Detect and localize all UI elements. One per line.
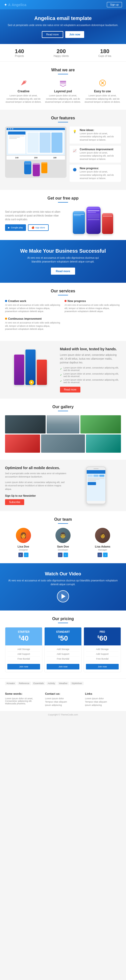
standard-feature-3: Free Bundal xyxy=(47,657,79,661)
team-grid: 👩 Lisa Doe Designer f t 👨 Sam Doe Develo… xyxy=(5,528,121,557)
what-we-are-section: What we are Creative Lorem ipsum dolor s… xyxy=(0,62,126,110)
footer-contact-title: Contact us: xyxy=(45,692,81,695)
features-inner: 140 200 180 xyxy=(5,126,121,184)
starter-feature-2: Add Support xyxy=(7,653,40,657)
service-creative-title: Creative work xyxy=(5,299,61,302)
feature-continuous: 📈 Continuous improvement Lorem ipsum dol… xyxy=(69,146,121,163)
twitter-button-3[interactable]: t xyxy=(103,553,108,557)
pro-feature-3: Free Bundal xyxy=(86,657,119,661)
team-role-2: Developer xyxy=(45,549,81,551)
features-list: 💡 New ideas: Lorem ipsum dolor sit amet,… xyxy=(69,126,121,184)
love-books-mockup: ★ xyxy=(5,347,56,387)
progress-icon: 🔵 xyxy=(72,167,78,173)
hero-read-more-button[interactable]: Read more xyxy=(42,31,63,38)
team-role-1: Designer xyxy=(5,549,42,551)
stat-projects: 140 Projects xyxy=(15,48,24,57)
pro-feature-2: Add Support xyxy=(86,653,119,657)
services-section: Our services Creative work At vero eos e… xyxy=(0,283,126,341)
twitter-button-1[interactable]: t xyxy=(24,553,28,557)
app-inner: Sed ut perspiciatis unde omnis iste natu… xyxy=(5,207,121,234)
standard-body: Add Storage Add Support Free Bundal Join… xyxy=(45,646,81,672)
team-face-3: 👩 xyxy=(95,528,110,543)
services-grid: Creative work At vero eos et accusamus e… xyxy=(5,299,121,335)
gallery-image-3 xyxy=(80,415,121,433)
team-member-2: 👨 Sam Doe Developer f t xyxy=(45,528,81,557)
app-divider xyxy=(58,202,68,202)
tag-stylemixer[interactable]: StyleMixer xyxy=(70,682,83,685)
mobile-content: Optimized for all mobile devices. Sed ut… xyxy=(5,466,67,505)
subscribe-button[interactable]: Subscribe xyxy=(5,499,24,505)
improve-icon: 📈 xyxy=(72,148,78,154)
facebook-button-2[interactable]: f xyxy=(58,553,63,557)
facebook-button-1[interactable]: f xyxy=(18,553,23,557)
pricing-grid: Starter $40 Add Storage Add Support Free… xyxy=(5,627,121,672)
logo: ✦ AAngelica xyxy=(4,3,26,7)
starter-body: Add Storage Add Support Free Bundal Join… xyxy=(5,646,42,672)
gallery-grid xyxy=(5,415,121,453)
service-continuous: Continuous improvement At vero eos et ac… xyxy=(5,317,61,331)
team-avatar-1: 👩 xyxy=(16,528,31,543)
team-face-2: 👨 xyxy=(55,528,71,543)
app-buttons: ▶ Google play 🍎 App store xyxy=(5,224,61,231)
service-continuous-dot xyxy=(5,318,7,320)
play-button[interactable] xyxy=(57,590,69,602)
footer-contact-1[interactable]: Lorem ipsum dolor xyxy=(45,697,81,700)
feature-new-ideas: 💡 New ideas: Lorem ipsum dolor sit amet,… xyxy=(69,126,121,144)
tag-reference[interactable]: Reference xyxy=(17,682,31,685)
love-title: Maked with love, tested by hands. xyxy=(60,347,121,351)
feature-creative: Creative Lorem ipsum dolor sit amet, con… xyxy=(5,78,42,104)
app-phones-mockup xyxy=(65,207,121,234)
love-read-more-button[interactable]: Read more xyxy=(60,387,80,393)
mobile-inner: Optimized for all mobile devices. Sed ut… xyxy=(5,466,121,505)
mobile-device-mockup xyxy=(71,466,121,504)
hero-section: Angelica email template Sed ut perspicia… xyxy=(0,10,126,44)
footer-words-title: Some words: xyxy=(5,692,41,695)
team-name-1: Lisa Doe xyxy=(5,545,42,548)
feature-new-progress-desc: Lorem ipsum dolor sit amet, consectetur … xyxy=(80,170,119,180)
hero-join-button[interactable]: Join now xyxy=(65,31,84,38)
pricing-starter: Starter $40 Add Storage Add Support Free… xyxy=(5,627,43,672)
service-creative-desc: At vero eos et accusamus et iusto odio s… xyxy=(5,304,61,313)
video-title: Watch Our Video xyxy=(5,571,121,577)
facebook-button-3[interactable]: f xyxy=(98,553,102,557)
footer-contact-3[interactable]: ipsum adipiscing xyxy=(45,704,81,706)
pro-join-button[interactable]: Join now xyxy=(86,664,119,670)
signup-button[interactable]: Sign up xyxy=(107,2,122,7)
pricing-pro: Pro $60 Add Storage Add Support Free Bun… xyxy=(83,627,121,672)
tag-essentials[interactable]: Essentials xyxy=(32,682,46,685)
tag-creator[interactable]: #creator xyxy=(5,682,16,685)
footer-link-2[interactable]: Tempus vitae aliquam xyxy=(85,700,121,703)
standard-join-button[interactable]: Join now xyxy=(47,664,79,670)
layered-title: Layered psd xyxy=(45,89,82,93)
business-read-more-button[interactable]: Read more xyxy=(51,267,76,275)
footer-col-contact: Contact us: Lorem ipsum dolor Tempus vit… xyxy=(45,692,81,707)
footer-link-1[interactable]: Lorem ipsum dolor xyxy=(85,697,121,700)
pro-plan: Pro xyxy=(86,630,119,633)
service-creative-dot xyxy=(5,300,7,302)
twitter-button-2[interactable]: t xyxy=(63,553,68,557)
service-continuous-title: Continuous improvement xyxy=(5,317,61,320)
tag-weather[interactable]: Weather xyxy=(57,682,69,685)
gallery-image-5 xyxy=(41,434,85,453)
footer-link-3[interactable]: ipsum adipiscing xyxy=(85,704,121,706)
pro-price: $60 xyxy=(86,634,119,643)
svg-rect-2 xyxy=(60,82,66,83)
google-play-button[interactable]: ▶ Google play xyxy=(5,224,26,231)
what-we-are-grid: Creative Lorem ipsum dolor sit amet, con… xyxy=(5,78,121,104)
feature-new-ideas-title: New ideas: xyxy=(80,129,119,132)
feature-layered: Layered psd Lorem ipsum dolor sit amet, … xyxy=(45,78,82,104)
copyright: Copyright © ThemeCode.com xyxy=(0,711,126,718)
footer-contact-2[interactable]: Tempus vitae aliquam xyxy=(45,700,81,703)
check-icon-2: ✓ xyxy=(60,374,62,376)
footer-columns: Some words: Lorem ipsum dolor sit amet, … xyxy=(0,688,126,711)
starter-join-button[interactable]: Join now xyxy=(7,664,40,670)
business-title: We Make Your Business Successful xyxy=(5,248,121,254)
gallery-image-2 xyxy=(47,415,79,433)
standard-header: Standart $50 xyxy=(45,627,81,646)
easy-title: Easy to use xyxy=(84,89,121,93)
footer-col-words: Some words: Lorem ipsum dolor sit amet, … xyxy=(5,692,41,707)
stat-clients: 200 Happy clients xyxy=(54,48,69,57)
app-store-button[interactable]: 🍎 App store xyxy=(28,224,49,231)
tag-activity[interactable]: Activity xyxy=(46,682,57,685)
hero-title: Angelica email template xyxy=(5,16,121,21)
